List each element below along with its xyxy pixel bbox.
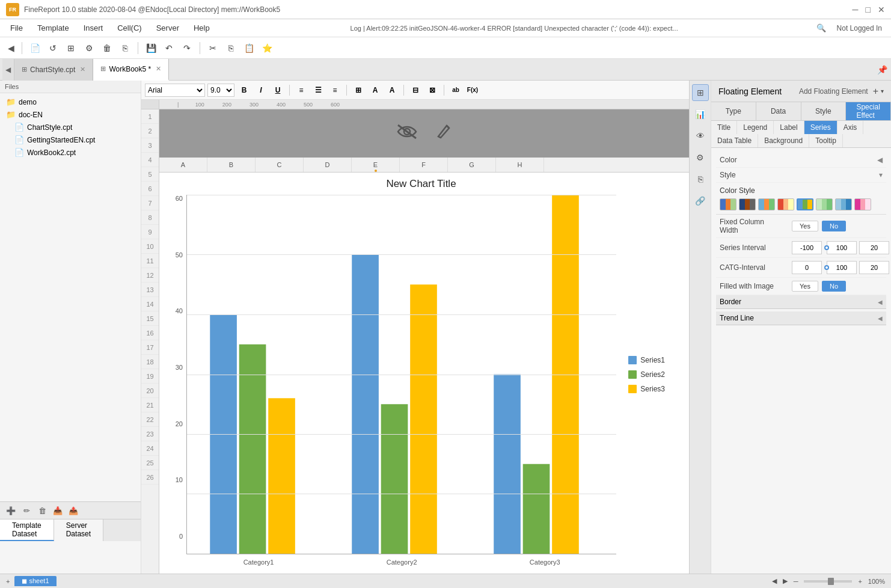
panel-settings-icon[interactable]: ⚙ — [692, 149, 709, 166]
filled-image-yes-button[interactable]: Yes — [792, 281, 818, 292]
minus-zoom-icon[interactable]: ─ — [794, 578, 798, 585]
sub-tab-label[interactable]: Label — [774, 121, 804, 134]
file-item-gettingstarted[interactable]: 📄 GettingStartedEN.cpt — [2, 133, 138, 146]
file-item-doc-en[interactable]: 📁 doc-EN — [2, 108, 138, 121]
collapse-sidebar-icon[interactable]: ◀ — [2, 59, 14, 81]
align-left-button[interactable]: ≡ — [294, 84, 308, 97]
data-tab[interactable]: Data — [756, 102, 801, 120]
plus-zoom-icon[interactable]: + — [858, 578, 862, 585]
close-workbook5-tab[interactable]: ✕ — [156, 65, 161, 73]
maximize-button[interactable]: □ — [866, 5, 871, 14]
toolbar-undo-button[interactable]: ↶ — [161, 40, 177, 56]
color-swatch-2[interactable] — [739, 198, 756, 210]
style-dropdown-arrow[interactable]: ▾ — [879, 171, 883, 179]
close-chartstyle-tab[interactable]: ✕ — [80, 66, 85, 73]
merge-button[interactable]: ⊟ — [408, 84, 423, 97]
color-swatch-3[interactable] — [758, 198, 775, 210]
special-effect-tab[interactable]: SpecialEffect — [846, 102, 891, 120]
align-center-button[interactable]: ☰ — [311, 84, 325, 97]
import-dataset-button[interactable]: 📥 — [52, 504, 64, 516]
underline-button[interactable]: U — [271, 84, 285, 97]
sub-tab-series[interactable]: Series — [804, 121, 837, 134]
edit-dataset-button[interactable]: ✏ — [20, 504, 32, 516]
sub-tab-data-table[interactable]: Data Table — [711, 134, 758, 147]
align-right-button[interactable]: ≡ — [328, 84, 342, 97]
color-dropdown-arrow[interactable]: ◀ — [877, 156, 883, 164]
toggle-sidebar-button[interactable]: ◀ — [5, 40, 17, 56]
style-tab[interactable]: Style — [801, 102, 847, 120]
zoom-handle[interactable] — [828, 578, 834, 585]
sub-tab-background[interactable]: Background — [758, 134, 809, 147]
export-dataset-button[interactable]: 📤 — [67, 504, 79, 516]
add-floating-element-button[interactable]: Add Floating Element + ▾ — [799, 86, 884, 97]
scroll-left-icon[interactable]: ◀ — [772, 577, 777, 585]
split-button[interactable]: ⊠ — [425, 84, 439, 97]
menu-server[interactable]: Server — [149, 21, 186, 35]
scroll-right-icon[interactable]: ▶ — [783, 577, 788, 585]
tab-chartstyle[interactable]: ⊞ ChartStyle.cpt ✕ — [14, 59, 93, 81]
menu-file[interactable]: File — [3, 21, 30, 35]
series-interval-input[interactable]: 20 — [859, 241, 889, 254]
toolbar-refresh-button[interactable]: ↺ — [45, 40, 61, 56]
toolbar-delete-button[interactable]: 🗑 — [99, 40, 115, 56]
delete-dataset-button[interactable]: 🗑 — [36, 504, 48, 516]
sheet-tab-sheet1[interactable]: ◼ sheet1 — [14, 576, 56, 586]
border-section-header[interactable]: Border ◀ — [716, 295, 886, 309]
panel-copy-icon[interactable]: ⎘ — [692, 171, 709, 188]
panel-data-icon[interactable]: 📊 — [692, 106, 709, 123]
sub-tab-tooltip[interactable]: Tooltip — [809, 134, 843, 147]
toolbar-copy2-button[interactable]: ⎘ — [223, 40, 239, 56]
sub-tab-axis[interactable]: Axis — [837, 121, 864, 134]
tab-workbook5[interactable]: ⊞ WorkBook5 * ✕ — [93, 59, 169, 81]
color-swatch-6[interactable] — [816, 198, 833, 210]
file-item-demo[interactable]: 📁 demo — [2, 96, 138, 108]
catg-interval-input[interactable]: 20 — [859, 261, 889, 274]
fixed-column-no-button[interactable]: No — [822, 221, 846, 231]
panel-browse-icon[interactable]: ⊞ — [692, 84, 709, 101]
close-button[interactable]: ✕ — [878, 5, 885, 14]
toolbar-redo-button[interactable]: ↷ — [179, 40, 195, 56]
template-dataset-tab[interactable]: TemplateDataset — [0, 519, 54, 541]
add-dataset-button[interactable]: ➕ — [5, 504, 17, 516]
tab-pin-icon[interactable]: 📌 — [874, 65, 891, 75]
menu-help[interactable]: Help — [186, 21, 217, 35]
minimize-button[interactable]: ─ — [853, 5, 859, 14]
panel-view-icon[interactable]: 👁 — [692, 127, 709, 144]
type-tab[interactable]: Type — [711, 102, 756, 120]
fill-color-button[interactable]: A — [368, 84, 382, 97]
file-item-workbook2[interactable]: 📄 WorkBook2.cpt — [2, 146, 138, 159]
font-color-button[interactable]: A — [385, 84, 399, 97]
toolbar-template-button[interactable]: ⊞ — [63, 40, 79, 56]
file-item-chartstyle[interactable]: 📄 ChartStyle.cpt — [2, 121, 138, 133]
menu-cell[interactable]: Cell(C) — [110, 21, 148, 35]
toolbar-format-button[interactable]: ⭐ — [259, 40, 275, 56]
add-sheet-icon[interactable]: + — [6, 578, 10, 585]
fixed-column-yes-button[interactable]: Yes — [792, 221, 818, 231]
bold-button[interactable]: B — [237, 84, 251, 97]
sub-tab-title[interactable]: Title — [711, 121, 737, 134]
italic-button[interactable]: I — [254, 84, 268, 97]
search-icon[interactable]: 🔍 — [812, 23, 831, 32]
server-dataset-tab[interactable]: ServerDataset — [54, 519, 103, 541]
toolbar-paste-button[interactable]: 📋 — [241, 40, 257, 56]
toolbar-copy-button[interactable]: ⎘ — [117, 40, 133, 56]
color-swatch-1[interactable] — [720, 198, 736, 210]
trend-line-section-header[interactable]: Trend Line ◀ — [716, 311, 886, 325]
menu-template[interactable]: Template — [30, 21, 76, 35]
formula-button[interactable]: F(x) — [465, 84, 480, 97]
color-swatch-4[interactable] — [777, 198, 794, 210]
filled-image-no-button[interactable]: No — [822, 281, 846, 292]
color-swatch-5[interactable] — [797, 198, 813, 210]
color-swatch-7[interactable] — [835, 198, 852, 210]
font-size-select[interactable]: 9.0 — [207, 84, 234, 97]
menu-insert[interactable]: Insert — [76, 21, 111, 35]
zoom-slider[interactable] — [804, 580, 852, 583]
color-swatch-8[interactable] — [854, 198, 871, 210]
font-select[interactable]: Arial — [145, 84, 205, 97]
toolbar-save-button[interactable]: 💾 — [143, 40, 159, 56]
toolbar-cut-button[interactable]: ✂ — [205, 40, 221, 56]
sub-tab-legend[interactable]: Legend — [737, 121, 774, 134]
text-button[interactable]: ab — [449, 84, 463, 97]
panel-link-icon[interactable]: 🔗 — [692, 192, 709, 209]
toolbar-new-button[interactable]: 📄 — [27, 40, 43, 56]
